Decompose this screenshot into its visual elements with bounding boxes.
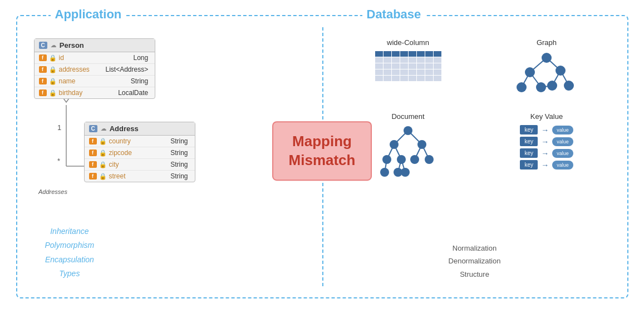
db-bottom-concepts: Normalization Denormalization Structure: [449, 242, 501, 281]
field-name-name: name: [59, 77, 104, 85]
field-type-zipcode: String: [170, 149, 190, 157]
svg-text:1: 1: [57, 123, 61, 132]
field-icon-f7: f: [89, 161, 97, 168]
field-icon-lock: 🔒: [49, 54, 57, 62]
db-concept-normalization: Normalization: [449, 242, 501, 255]
svg-text:Addresses: Addresses: [38, 188, 67, 195]
field-name-birthday: birthday: [59, 89, 104, 97]
svg-point-37: [380, 168, 389, 177]
kv-key-3: key: [520, 148, 538, 158]
oop-encapsulation: Encapsulation: [45, 253, 95, 267]
kv-arrow-3: →: [541, 149, 549, 158]
field-icon-f8: f: [89, 173, 97, 180]
document-label: Document: [391, 112, 424, 121]
svg-point-18: [536, 82, 546, 92]
db-type-graph: Graph: [483, 38, 611, 101]
oop-types: Types: [45, 267, 95, 281]
graph-label: Graph: [537, 38, 557, 47]
oop-polymorphism: Polymorphism: [45, 238, 95, 252]
field-name-city: city: [109, 161, 154, 168]
person-field-id: f 🔒 id Long: [35, 52, 155, 64]
kv-row-2: key → value: [520, 137, 573, 146]
wide-column-label: wide-Column: [387, 38, 429, 47]
kv-key-1: key: [520, 125, 538, 134]
svg-point-15: [525, 67, 535, 77]
address-field-street: f 🔒 street String: [85, 171, 195, 182]
field-type-birthday: LocalDate: [118, 89, 150, 97]
kv-value-3: value: [552, 149, 573, 158]
field-icon-lock4: 🔒: [49, 89, 57, 97]
mapping-mismatch-box: Mapping Mismatch: [272, 121, 372, 181]
db-concept-denormalization: Denormalization: [449, 255, 501, 267]
field-name-zipcode: zipcode: [109, 149, 154, 157]
field-icon-f3: f: [39, 78, 47, 84]
kv-arrow-4: →: [541, 161, 549, 170]
field-type-id: Long: [134, 54, 151, 62]
address-field-city: f 🔒 city String: [85, 159, 195, 171]
kv-key-2: key: [520, 137, 538, 146]
main-container: Application Database 1 * Addresses C ☁ P…: [16, 15, 628, 298]
field-icon-lock2: 🔒: [49, 66, 57, 73]
field-icon-lock7: 🔒: [99, 161, 107, 168]
kv-arrow-1: →: [541, 126, 549, 134]
field-icon-f6: f: [89, 149, 97, 156]
address-class-box: C ☁ Address f 🔒 country String f 🔒 zipco…: [84, 122, 195, 182]
kv-row-1: key → value: [520, 125, 573, 134]
svg-point-30: [404, 126, 412, 135]
db-concept-structure: Structure: [449, 268, 501, 281]
field-name-id: id: [59, 54, 104, 62]
person-class-title: C ☁ Person: [35, 39, 155, 52]
field-name-addresses: addresses: [59, 66, 104, 73]
kv-value-4: value: [552, 161, 573, 170]
oop-inheritance: Inheritance: [45, 225, 95, 238]
svg-point-34: [397, 155, 406, 164]
svg-point-31: [390, 140, 399, 149]
svg-point-32: [417, 140, 426, 149]
key-value-visual: key → value key → value key → value: [520, 125, 573, 170]
oop-concepts: Inheritance Polymorphism Encapsulation T…: [45, 225, 95, 281]
svg-point-16: [555, 66, 566, 76]
kv-value-1: value: [552, 126, 573, 134]
svg-point-19: [547, 81, 557, 91]
mapping-mismatch-line1: Mapping: [289, 132, 356, 151]
field-icon-lock5: 🔒: [99, 138, 107, 145]
kv-value-2: value: [552, 137, 573, 146]
field-icon-f: f: [39, 54, 47, 61]
svg-point-17: [517, 82, 527, 92]
address-field-country: f 🔒 country String: [85, 136, 195, 147]
person-class-icon: C: [39, 42, 47, 49]
person-field-birthday: f 🔒 birthday LocalDate: [35, 87, 155, 98]
svg-point-33: [382, 155, 391, 164]
wide-column-visual: [375, 51, 441, 81]
svg-point-14: [542, 53, 552, 63]
address-class-name: Address: [110, 124, 139, 133]
field-icon-f2: f: [39, 66, 47, 73]
svg-point-36: [425, 155, 434, 164]
person-field-addresses: f 🔒 addresses List<Address>: [35, 64, 155, 76]
key-value-label: Key Value: [530, 112, 563, 121]
db-type-key-value: Key Value key → value key → value key →: [483, 112, 611, 181]
address-field-zipcode: f 🔒 zipcode String: [85, 147, 195, 159]
svg-text:*: *: [57, 157, 60, 165]
person-bean-icon: ☁: [51, 42, 56, 48]
address-class-title: C ☁ Address: [85, 122, 195, 136]
field-type-city: String: [170, 161, 190, 168]
graph-visual: [516, 51, 577, 101]
kv-row-3: key → value: [520, 148, 573, 158]
field-icon-f4: f: [39, 89, 47, 96]
field-icon-lock3: 🔒: [49, 78, 57, 85]
field-icon-lock6: 🔒: [99, 149, 107, 157]
field-type-street: String: [170, 172, 190, 180]
person-field-name: f 🔒 name String: [35, 76, 155, 87]
kv-arrow-2: →: [541, 137, 549, 146]
person-class-box: C ☁ Person f 🔒 id Long f 🔒 addresses Lis…: [34, 38, 156, 99]
database-types-grid: wide-Column Graph: [339, 27, 616, 192]
svg-point-35: [410, 155, 419, 164]
field-name-street: street: [109, 172, 154, 180]
person-class-name: Person: [60, 41, 84, 49]
field-type-country: String: [170, 137, 190, 145]
address-class-icon: C: [89, 125, 97, 132]
address-bean-icon: ☁: [101, 126, 106, 132]
kv-key-4: key: [520, 160, 538, 170]
kv-row-4: key → value: [520, 160, 573, 170]
